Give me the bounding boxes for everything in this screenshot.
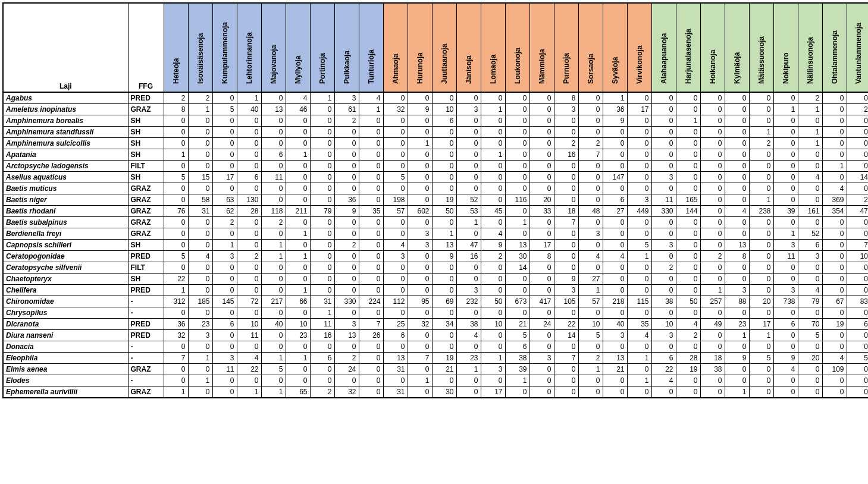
data-cell: 165 bbox=[676, 194, 700, 206]
data-cell: 0 bbox=[773, 330, 798, 341]
data-cell: 0 bbox=[286, 341, 310, 353]
data-cell: 0 bbox=[798, 194, 822, 206]
data-cell: 14 bbox=[554, 330, 578, 341]
data-cell: 0 bbox=[603, 138, 627, 149]
data-cell: 0 bbox=[578, 375, 603, 386]
data-cell: 0 bbox=[529, 274, 554, 285]
data-cell: 0 bbox=[212, 161, 237, 172]
data-cell: 47 bbox=[847, 206, 868, 217]
data-cell: 4 bbox=[627, 330, 651, 341]
col-header-stream: Loukonoja bbox=[505, 3, 529, 92]
data-cell: 0 bbox=[798, 341, 822, 353]
data-cell: 3 bbox=[603, 330, 627, 341]
data-cell: 0 bbox=[408, 115, 432, 127]
data-cell: 45 bbox=[481, 206, 505, 217]
table-row: AgabusPRED22010413400000008010000000200 bbox=[3, 92, 868, 104]
data-cell: 0 bbox=[212, 92, 237, 104]
data-cell: 0 bbox=[847, 217, 868, 228]
stream-label: Ahmaoja bbox=[391, 54, 400, 84]
data-cell: 0 bbox=[432, 274, 456, 285]
data-cell: 0 bbox=[310, 364, 334, 375]
data-cell: 3 bbox=[334, 319, 359, 330]
table-row: CeratopogonidaePRED543211000309162308044… bbox=[3, 251, 868, 262]
ffg-value: - bbox=[128, 307, 164, 319]
data-cell: 52 bbox=[798, 228, 822, 240]
data-cell: 0 bbox=[456, 127, 481, 138]
data-cell: 32 bbox=[164, 330, 188, 341]
data-cell: 0 bbox=[773, 138, 798, 149]
data-cell: 0 bbox=[456, 172, 481, 183]
data-cell: 0 bbox=[700, 115, 725, 127]
data-cell: 48 bbox=[578, 206, 603, 217]
data-cell: 32 bbox=[408, 319, 432, 330]
data-cell: 0 bbox=[188, 262, 212, 274]
ffg-value: PRED bbox=[128, 330, 164, 341]
data-cell: 0 bbox=[554, 172, 578, 183]
data-cell: 0 bbox=[212, 149, 237, 161]
data-cell: 0 bbox=[286, 183, 310, 194]
data-cell: 0 bbox=[627, 161, 651, 172]
data-cell: 1 bbox=[286, 149, 310, 161]
data-cell: 0 bbox=[212, 262, 237, 274]
ffg-value: - bbox=[128, 375, 164, 386]
ffg-value: PRED bbox=[128, 285, 164, 296]
data-cell: 9 bbox=[481, 240, 505, 251]
data-cell: 1 bbox=[798, 104, 822, 115]
data-cell: 0 bbox=[676, 341, 700, 353]
data-cell: 0 bbox=[749, 375, 773, 386]
data-cell: 0 bbox=[847, 375, 868, 386]
data-cell: 0 bbox=[164, 217, 188, 228]
data-cell: 0 bbox=[749, 386, 773, 398]
data-cell: 0 bbox=[676, 138, 700, 149]
data-cell: 449 bbox=[627, 206, 651, 217]
data-cell: 0 bbox=[676, 183, 700, 194]
data-cell: 0 bbox=[700, 127, 725, 138]
data-cell: 8 bbox=[529, 251, 554, 262]
data-cell: 0 bbox=[578, 161, 603, 172]
data-cell: 0 bbox=[529, 285, 554, 296]
data-cell: 0 bbox=[578, 341, 603, 353]
data-cell: 0 bbox=[749, 161, 773, 172]
data-cell: 58 bbox=[188, 194, 212, 206]
data-cell: 1 bbox=[261, 386, 286, 398]
data-cell: 0 bbox=[773, 274, 798, 285]
ffg-value: - bbox=[128, 353, 164, 364]
data-cell: 0 bbox=[773, 115, 798, 127]
data-cell: 31 bbox=[310, 296, 334, 307]
data-cell: 232 bbox=[456, 296, 481, 307]
stream-label: Hoikanoja bbox=[709, 50, 717, 84]
data-cell: 0 bbox=[188, 138, 212, 149]
data-cell: 0 bbox=[651, 115, 676, 127]
data-cell: 0 bbox=[554, 240, 578, 251]
data-cell: 0 bbox=[237, 217, 261, 228]
ffg-value: FILT bbox=[128, 262, 164, 274]
ffg-value: - bbox=[128, 296, 164, 307]
data-cell: 0 bbox=[408, 330, 432, 341]
data-cell: 0 bbox=[554, 127, 578, 138]
data-cell: 0 bbox=[310, 217, 334, 228]
data-cell: 0 bbox=[627, 285, 651, 296]
data-cell: 312 bbox=[164, 296, 188, 307]
data-cell: 6 bbox=[798, 240, 822, 251]
data-cell: 0 bbox=[676, 161, 700, 172]
data-cell: 4 bbox=[651, 375, 676, 386]
data-cell: 0 bbox=[700, 307, 725, 319]
data-cell: 0 bbox=[408, 262, 432, 274]
data-cell: 0 bbox=[359, 172, 383, 183]
table-row: Amphinemura borealisSH000000020006000000… bbox=[3, 115, 868, 127]
data-cell: 0 bbox=[237, 161, 261, 172]
data-cell: 0 bbox=[408, 364, 432, 375]
data-cell: 0 bbox=[627, 364, 651, 375]
data-cell: 0 bbox=[676, 172, 700, 183]
species-name: Dicranota bbox=[3, 319, 128, 330]
data-cell: 0 bbox=[383, 274, 408, 285]
data-cell: 2 bbox=[261, 217, 286, 228]
data-cell: 0 bbox=[822, 330, 847, 341]
data-cell: 4 bbox=[798, 285, 822, 296]
data-cell: 0 bbox=[456, 262, 481, 274]
data-cell: 0 bbox=[481, 161, 505, 172]
data-cell: 0 bbox=[773, 127, 798, 138]
data-cell: 0 bbox=[651, 127, 676, 138]
data-cell: 1 bbox=[603, 92, 627, 104]
data-cell: 0 bbox=[725, 183, 749, 194]
